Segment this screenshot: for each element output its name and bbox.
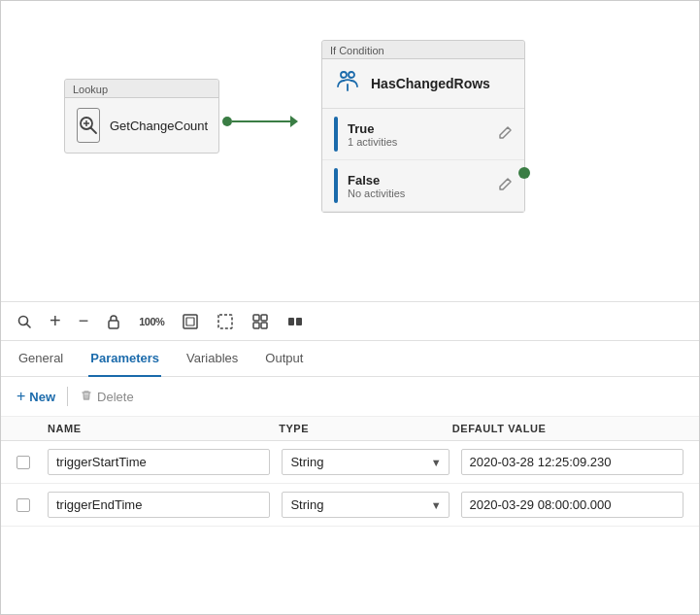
if-condition-node[interactable]: If Condition HasChangedRows True 1	[321, 40, 525, 213]
row1-name-input[interactable]	[48, 449, 270, 475]
arrow-dot-left	[222, 117, 232, 126]
new-button[interactable]: + New	[17, 388, 55, 405]
tab-general[interactable]: General	[17, 341, 65, 377]
row2-default-input[interactable]	[461, 492, 683, 518]
tab-parameters[interactable]: Parameters	[88, 341, 161, 377]
delete-icon	[80, 389, 93, 405]
svg-rect-9	[109, 321, 118, 328]
svg-point-5	[349, 72, 354, 78]
svg-rect-16	[261, 323, 267, 328]
true-branch-edit-icon[interactable]	[497, 125, 513, 144]
if-node-icon	[334, 67, 361, 100]
true-branch-content: True 1 activities	[348, 121, 497, 148]
row2-type-cell: String Int Float Bool Array Object ▼	[282, 492, 460, 518]
false-branch-content: False No activities	[348, 173, 497, 199]
row1-type-select[interactable]: String Int Float Bool Array Object	[282, 449, 449, 475]
svg-rect-11	[186, 318, 194, 325]
false-branch-name: False	[348, 173, 497, 188]
if-node-title: HasChangedRows	[371, 76, 490, 91]
search-icon[interactable]	[17, 314, 32, 329]
lookup-node-label: GetChangeCount	[110, 119, 208, 133]
svg-rect-15	[253, 323, 259, 328]
tab-bar: General Parameters Variables Output	[1, 341, 699, 377]
add-icon[interactable]: +	[50, 310, 61, 332]
svg-point-4	[341, 72, 347, 78]
table-row: String Int Float Bool Array Object ▼	[1, 484, 699, 527]
svg-rect-18	[296, 318, 302, 325]
row1-default-cell	[461, 449, 683, 475]
new-plus-icon: +	[17, 388, 25, 405]
svg-rect-17	[288, 318, 294, 325]
false-branch-bar	[334, 168, 338, 203]
new-button-label: New	[29, 390, 55, 404]
true-branch-sub: 1 activities	[348, 136, 497, 148]
action-bar: + New Delete	[1, 377, 699, 417]
true-branch-name: True	[348, 121, 497, 136]
if-node-title-row: HasChangedRows	[322, 59, 524, 109]
false-branch-sub: No activities	[348, 188, 497, 199]
row1-check[interactable]	[17, 456, 48, 469]
th-type: TYPE	[279, 423, 452, 434]
if-node-header: If Condition	[322, 41, 524, 59]
row1-default-input[interactable]	[461, 449, 683, 475]
zoom100-icon[interactable]: 100%	[139, 316, 164, 327]
lookup-node-header: Lookup	[65, 80, 218, 98]
pipeline-icon[interactable]	[286, 313, 304, 330]
fit-screen-icon[interactable]	[182, 313, 199, 330]
row1-checkbox[interactable]	[17, 456, 30, 469]
row2-name-input[interactable]	[48, 492, 270, 518]
arrow-head	[290, 116, 298, 127]
row1-type-cell: String Int Float Bool Array Object ▼	[282, 449, 460, 475]
arrow-connector	[222, 116, 298, 127]
canvas-toolbar: + − 100%	[1, 302, 699, 341]
arrow-line	[232, 120, 290, 122]
canvas-area: Lookup GetChangeCount If Condition	[1, 1, 699, 302]
lookup-node[interactable]: Lookup GetChangeCount	[64, 79, 219, 154]
delete-button[interactable]: Delete	[80, 389, 134, 405]
parameters-panel: + New Delete NAME TYPE DEFAULT VALUE Str…	[1, 377, 699, 527]
delete-button-label: Delete	[97, 390, 134, 404]
svg-rect-14	[261, 315, 267, 321]
row2-type-select-wrap: String Int Float Bool Array Object ▼	[282, 492, 449, 518]
table-header: NAME TYPE DEFAULT VALUE	[1, 417, 699, 441]
row2-name-cell	[48, 492, 282, 518]
lock-icon[interactable]	[106, 314, 121, 329]
th-default: DEFAULT VALUE	[452, 423, 683, 434]
tab-output[interactable]: Output	[263, 341, 305, 377]
svg-rect-10	[183, 315, 197, 328]
row2-type-select[interactable]: String Int Float Bool Array Object	[282, 492, 449, 518]
true-branch-bar	[334, 117, 338, 152]
svg-line-8	[27, 324, 31, 327]
row2-check[interactable]	[17, 498, 48, 512]
table-row: String Int Float Bool Array Object ▼	[1, 441, 699, 484]
row1-type-select-wrap: String Int Float Bool Array Object ▼	[282, 449, 449, 475]
th-name: NAME	[48, 423, 279, 434]
false-branch-edit-icon[interactable]	[497, 177, 513, 195]
action-separator	[67, 387, 68, 406]
tab-variables[interactable]: Variables	[184, 341, 240, 377]
lookup-icon	[77, 108, 100, 143]
layout-icon[interactable]	[251, 313, 269, 330]
selection-icon[interactable]	[217, 313, 234, 330]
svg-line-1	[91, 128, 97, 134]
subtract-icon[interactable]: −	[79, 311, 89, 331]
row2-default-cell	[461, 492, 683, 518]
true-branch[interactable]: True 1 activities	[322, 109, 524, 160]
row2-checkbox[interactable]	[17, 498, 30, 512]
svg-rect-12	[218, 315, 232, 328]
if-right-connector	[518, 167, 530, 179]
svg-rect-13	[253, 315, 259, 321]
false-branch[interactable]: False No activities	[322, 160, 524, 212]
row1-name-cell	[48, 449, 282, 475]
